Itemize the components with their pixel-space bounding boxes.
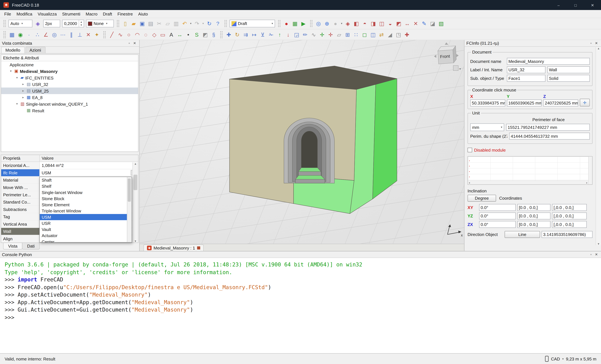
draft-shape2dview-icon[interactable]: ▱ [335, 30, 343, 39]
tab-dati[interactable]: Dati [22, 243, 40, 249]
scroll-up-icon[interactable]: ▲ [597, 47, 600, 50]
tree-item-ifc-entities[interactable]: ▾ ▰ IFC_ENTITIES [1, 74, 138, 81]
spin-down-icon[interactable]: ▼ [79, 24, 84, 27]
sub-object-field[interactable]: Face1 [507, 75, 545, 82]
draft-ellipse-icon[interactable]: ◌ [141, 30, 150, 39]
macro-record-icon[interactable]: ● [282, 19, 291, 28]
tree-item-single-lancet-window-query-1[interactable]: ▾ ▥ Single-lancet window_QUERY_1 [1, 101, 138, 107]
draft-move-icon[interactable]: ✚ [224, 30, 233, 39]
draft-slope-icon[interactable]: ◢ [386, 30, 394, 39]
workbench-selector-combo[interactable]: Draft ▾ [230, 20, 275, 27]
property-value[interactable]: 1,0844 m^2 [40, 162, 138, 169]
label-field[interactable]: USR_32 [507, 66, 545, 73]
float-panel-icon[interactable]: ▫ [588, 41, 594, 45]
draft-dimension-icon[interactable]: ↔ [176, 30, 184, 39]
internal-name-field[interactable]: Wall [547, 66, 590, 73]
tree-expand-icon[interactable]: ▾ [15, 102, 19, 106]
dropdown-item-vault[interactable]: Vault [40, 226, 131, 232]
nav-cube-arrow-left-icon[interactable] [434, 55, 436, 58]
inclination-degree-field[interactable]: 0.0° [479, 221, 516, 228]
inclination-degree-field[interactable]: 0.0° [479, 212, 516, 219]
coordinate-value-field[interactable]: 24072265625 mm [543, 99, 578, 107]
whats-this-icon[interactable]: ? [214, 19, 222, 28]
redo-dropdown-icon[interactable]: ▾ [201, 19, 205, 28]
property-row-horizontal-area[interactable]: Horizontal A... 1,0844 m^2 [1, 162, 138, 169]
scrollbar-thumb[interactable] [128, 178, 131, 202]
draft-point-icon[interactable]: • [184, 30, 192, 39]
tab-vista[interactable]: Vista [3, 243, 22, 249]
toolbar-handle[interactable] [278, 20, 280, 27]
maximize-button[interactable]: □ [567, 0, 584, 10]
draft-line-icon[interactable]: ╱ [108, 30, 116, 39]
tree-item-ea-8[interactable]: ▸ ▦ EA_8 [1, 94, 138, 101]
edit-mode-icon[interactable]: ✎ [420, 19, 429, 28]
draft-to-sketch-icon[interactable]: ◪ [428, 19, 437, 28]
view-bottom-icon[interactable]: ◒ [386, 19, 394, 28]
tab-close-icon[interactable] [197, 246, 200, 249]
cut-icon[interactable]: ✂ [155, 19, 163, 28]
view-axonometric-icon[interactable]: ◈ [343, 19, 352, 28]
refresh-icon[interactable]: ↻ [205, 19, 214, 28]
draft-arc-icon[interactable]: ◠ [133, 30, 142, 39]
menu-file[interactable]: File [2, 10, 14, 17]
dropdown-item-actuator[interactable]: Actuator [40, 233, 131, 239]
draft-bspline-icon[interactable]: S [192, 30, 201, 39]
draft-stretch-icon[interactable]: ⇄ [377, 30, 386, 39]
navigation-style-label[interactable]: CAD [551, 356, 560, 361]
dropdown-item-stone-block[interactable]: Stone Block [40, 196, 131, 202]
snap-special-icon[interactable]: ✦ [93, 30, 101, 39]
direction-line-button[interactable]: Line [504, 231, 540, 238]
draft-facebinder-icon[interactable]: ◩ [201, 30, 210, 39]
draft-rotate-icon[interactable]: ↻ [233, 30, 241, 39]
view-right-icon[interactable]: ◨ [369, 19, 378, 28]
console-output[interactable]: Python 3.6.6 | packaged by conda-forge |… [0, 258, 601, 353]
perimeter-of-face-field[interactable]: 15521.795241749227 mm [506, 124, 590, 131]
measure-clear-icon[interactable]: ✕ [411, 19, 420, 28]
nav-cube-front-label[interactable]: Front [440, 54, 450, 59]
inclination-degree-field[interactable]: 0.0° [479, 204, 516, 211]
toolbar-handle[interactable] [3, 20, 6, 27]
disabled-module-checkbox[interactable] [468, 148, 472, 152]
dropdown-scrollbar[interactable] [127, 177, 132, 242]
coordinate-value-field[interactable]: 50.333984375 mm [470, 99, 505, 107]
spin-up-icon[interactable]: ▲ [79, 20, 84, 24]
snap-perpendicular-icon[interactable]: ⊥ [76, 30, 84, 39]
tree-item-usm-25[interactable]: ▸ ▤ USM_25 [1, 88, 138, 94]
chevron-down-icon[interactable]: ▾ [562, 357, 564, 360]
scroll-up-icon[interactable]: ▲ [134, 162, 137, 165]
tree-expand-icon[interactable]: ▾ [9, 69, 13, 73]
tree-expand-icon[interactable]: ▸ [21, 89, 25, 93]
dropdown-item-single-lancet-window[interactable]: Single-lancet Window [40, 189, 131, 196]
inclination-vector-field-2[interactable]: [,0.0 , 0.0,] [552, 221, 587, 228]
navigation-cube[interactable]: Front ▾ [434, 42, 461, 71]
open-file-icon[interactable]: ▰ [130, 19, 138, 28]
dropdown-item-usm[interactable]: USM [40, 214, 131, 220]
document-tab[interactable]: ✱ Medieval_Masonry : 1 [143, 245, 203, 251]
undo-icon[interactable]: ↶ [180, 19, 189, 28]
draft-path-array-icon[interactable]: ∷ [352, 30, 360, 39]
window-sill-step-1-front[interactable] [299, 172, 321, 176]
global-scale-spinbox[interactable]: 0,2000 ▲ ▼ [62, 20, 84, 27]
3d-canvas[interactable]: Front ▾ x [140, 40, 464, 244]
menu-macro[interactable]: Macro [83, 10, 100, 17]
tree-item-medieval-masonry[interactable]: ▾ ▣ Medieval_Masonry [1, 68, 138, 75]
draft-downgrade-icon[interactable]: ↓ [284, 30, 292, 39]
macros-dialog-icon[interactable]: ▦ [291, 19, 299, 28]
wall-end-face[interactable] [373, 79, 397, 199]
close-panel-icon[interactable]: ✕ [594, 253, 599, 256]
draft-shapestring-icon[interactable]: § [210, 30, 218, 39]
fcinfo-vertical-scrollbar[interactable]: ▲ ▼ [596, 47, 601, 245]
panel-splitter[interactable] [0, 153, 139, 155]
property-row-ifc-role[interactable]: Ifc Role USM ▾ [1, 169, 138, 177]
draft-circle-icon[interactable]: ○ [125, 30, 133, 39]
tree-expand-icon[interactable]: ▸ [21, 83, 25, 86]
draft-polygon-icon[interactable]: ◇ [150, 30, 159, 39]
close-panel-icon[interactable]: ✕ [594, 41, 599, 45]
draft-wire-to-bspline-icon[interactable]: ∿ [309, 30, 318, 39]
line-width-field[interactable]: 2px [43, 20, 60, 27]
scroll-down-icon[interactable]: ▼ [134, 240, 137, 243]
close-panel-icon[interactable]: ✕ [132, 41, 137, 45]
close-button[interactable]: ✕ [584, 0, 601, 10]
degree-button[interactable]: Degree [468, 195, 496, 202]
scrollbar-thumb[interactable] [133, 175, 137, 190]
